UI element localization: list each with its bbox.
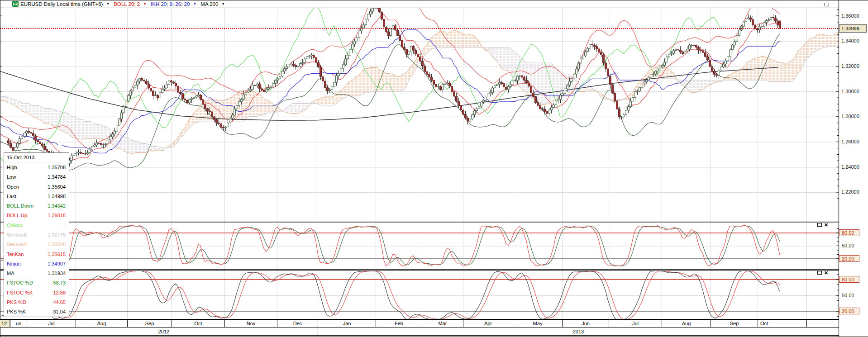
ikh-dropdown-arrow-icon[interactable]: ▼ [193, 2, 196, 6]
tooltip-row-value: 1.32775 [48, 232, 66, 237]
tooltip-row-value: 1.35615 [48, 252, 66, 257]
tooltip-row-label: FSTOC %K [7, 290, 33, 295]
tooltip-row-label: FSTOC %D [7, 280, 33, 285]
oscillator-level-label: 80.00 [839, 229, 859, 236]
month-axis-label: May [513, 319, 562, 327]
month-axis-label: Sep [711, 319, 758, 327]
indicator-label-ikh[interactable]: IKH 20; 9; 26; 20 [151, 1, 190, 7]
tooltip-row: TenKan1.35615 [4, 249, 69, 259]
tooltip-row-label: SenkouB [7, 232, 27, 237]
price-axis-label: 1.36000 [841, 13, 859, 19]
month-axis-label: Jan [318, 319, 376, 327]
tooltip-row-label: SenkouA [7, 242, 27, 247]
oscillator-level-label: 20.00 [839, 255, 859, 262]
data-window-tooltip: 15-Oct-2013 High1.35708Low1.34784Open1.3… [4, 152, 69, 317]
close-icon[interactable]: ✕ [824, 271, 828, 275]
tooltip-row: FSTOC %D58.73 [4, 278, 69, 288]
month-axis-label: Dec [277, 319, 318, 327]
pks-panel-window-buttons: ✕ [817, 271, 828, 275]
year-axis-label: 2013 [318, 328, 839, 335]
tooltip-row: PKS %K31.04 [4, 307, 69, 317]
symbol-dropdown-arrow-icon[interactable]: ▼ [106, 2, 110, 6]
month-axis-label: Aug [76, 319, 127, 327]
tooltip-row-value: 1.35604 [48, 184, 66, 190]
price-axis-label: 1.30000 [841, 89, 859, 94]
indicator-label-ma[interactable]: MA 200 [200, 1, 218, 7]
restore-icon[interactable] [817, 223, 822, 227]
last-price-label: 1.34998 [839, 24, 867, 33]
restore-icon[interactable] [817, 271, 822, 275]
tooltip-row-label: TenKan [7, 252, 24, 257]
tooltip-row: FSTOC %K12.88 [4, 288, 69, 297]
month-axis-label: Jul [609, 319, 662, 327]
tooltip-row-value: 31.04 [53, 309, 66, 314]
tooltip-row-label: Kinjun [7, 261, 21, 266]
tooltip-row-label: Open [7, 184, 19, 190]
tooltip-date: 15-Oct-2013 [4, 153, 69, 162]
tooltip-row-value: 1.34784 [48, 174, 66, 180]
chart-application-window: Fx EURUSD Daily Local time (GMT+8) ▼ BOL… [0, 0, 868, 337]
tooltip-row-value: 1.34642 [48, 203, 66, 209]
tooltip-row-value: 1.31934 [48, 271, 66, 276]
month-axis-label: Jul [27, 319, 76, 327]
price-axis-label: 1.26000 [841, 139, 859, 144]
chart-header-toolbar: Fx EURUSD Daily Local time (GMT+8) ▼ BOL… [0, 0, 837, 8]
price-axis-label: 1.28000 [841, 114, 859, 119]
tooltip-row-value: 44.65 [53, 299, 66, 305]
month-axis-label: Aug [662, 319, 711, 327]
fx-logo-icon[interactable]: Fx [12, 1, 19, 7]
tooltip-row: Kinjun1.34907 [4, 259, 69, 268]
indicator-label-boll[interactable]: BOLL 20; 2 [114, 1, 140, 7]
oscillator-level-label: 80.00 [839, 276, 859, 283]
main-chart-window-buttons [825, 3, 829, 6]
month-axis-label: Feb [376, 319, 422, 327]
tooltip-row-value: 1.34998 [48, 194, 66, 199]
tooltip-row-label: Low [7, 174, 16, 180]
tooltip-row: Chikou- [4, 220, 69, 230]
restore-icon[interactable] [825, 3, 829, 6]
month-axis-label: Oct [758, 319, 806, 327]
month-axis-label: un [10, 319, 27, 327]
price-axis-label: 1.22000 [841, 189, 859, 195]
tooltip-row-label: PKS %D [7, 299, 26, 305]
year-axis-label: 2012 [10, 328, 318, 335]
ma-dropdown-arrow-icon[interactable]: ▼ [221, 2, 225, 6]
tooltip-row: PKS %D44.65 [4, 297, 69, 307]
tooltip-row: SenkouB1.32775 [4, 230, 69, 239]
tooltip-row-label: BOLL Down [7, 203, 33, 209]
oscillator-level-label: 50.00 [842, 243, 854, 248]
month-axis-label: Mar [422, 319, 463, 327]
tooltip-row-label: MA [7, 271, 14, 276]
tooltip-row-value: 1.32546 [48, 242, 66, 247]
tooltip-row-value: 12.88 [53, 290, 66, 295]
tooltip-row-value: 1.34907 [48, 261, 66, 266]
tooltip-row: Last1.34998 [4, 191, 69, 201]
tooltip-row: Low1.34784 [4, 172, 69, 182]
chart-canvas [0, 0, 868, 337]
symbol-timeframe-label[interactable]: EURUSD Daily Local time (GMT+8) [20, 1, 103, 7]
year-stub-label: 12 [0, 319, 10, 327]
month-axis-label [806, 319, 839, 327]
tooltip-row-value: 58.73 [53, 280, 66, 285]
tooltip-row-label: High [7, 165, 17, 170]
tooltip-row-value: 1.36018 [48, 213, 66, 218]
month-axis-label: Apr [463, 319, 513, 327]
month-axis-label: Oct [172, 319, 224, 327]
price-axis-label: 1.24000 [841, 164, 859, 170]
month-axis-label: Jun [562, 319, 609, 327]
price-axis-label: 1.32000 [841, 63, 859, 69]
tooltip-row-value: 1.35708 [48, 165, 66, 170]
oscillator-level-label: 20.00 [839, 308, 859, 314]
month-axis-label: Sep [127, 319, 172, 327]
tooltip-row: BOLL Down1.34642 [4, 201, 69, 210]
fstoc-panel-window-buttons: ✕ [817, 223, 828, 227]
tooltip-row-value: - [64, 223, 66, 228]
tooltip-row: Open1.35604 [4, 182, 69, 191]
close-icon[interactable]: ✕ [824, 223, 828, 227]
tooltip-row: MA1.31934 [4, 269, 69, 278]
boll-dropdown-arrow-icon[interactable]: ▼ [143, 2, 147, 6]
tooltip-row: BOLL Up1.36018 [4, 211, 69, 220]
tooltip-row-label: BOLL Up [7, 213, 27, 218]
tooltip-row-label: Last [7, 194, 16, 199]
tooltip-row-label: PKS %K [7, 309, 26, 314]
